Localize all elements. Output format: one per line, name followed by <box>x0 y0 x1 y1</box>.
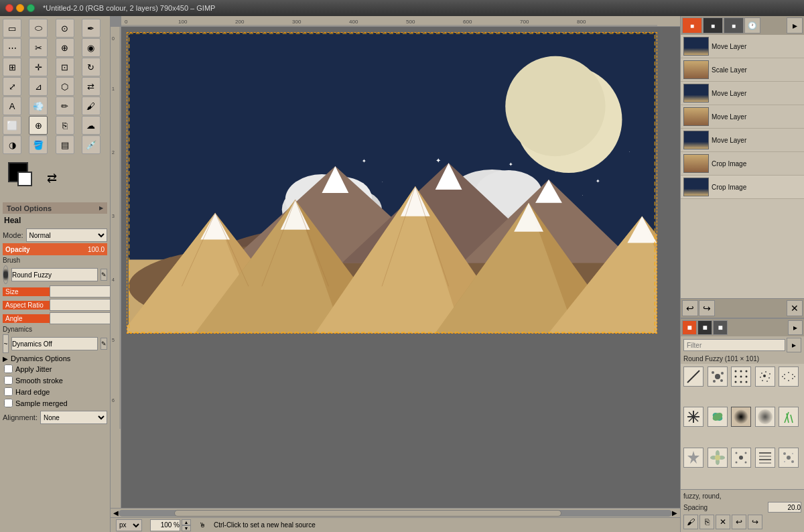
brush-item-cross[interactable] <box>683 407 704 427</box>
layer-item[interactable]: Crop Image <box>681 176 804 199</box>
heal-tool[interactable]: ⊕ <box>29 116 48 135</box>
brush-item-dots2[interactable] <box>731 448 751 468</box>
hard-edge-checkbox[interactable] <box>4 387 13 396</box>
scroll-left-icon[interactable]: ◀ <box>113 509 119 517</box>
brush-item-pencil[interactable] <box>683 367 704 387</box>
color-select-tool[interactable]: 💉 <box>82 135 100 154</box>
airbrush-tool[interactable]: 💨 <box>29 96 48 115</box>
scissors-tool[interactable]: ✂ <box>29 38 48 57</box>
brushes-expand[interactable]: ▸ <box>788 320 803 335</box>
brush-item-splatter[interactable] <box>708 367 728 387</box>
brush-item-lines[interactable] <box>755 448 775 468</box>
brush-item-leaf[interactable] <box>708 407 728 427</box>
clone-tool[interactable]: ⎘ <box>56 116 74 135</box>
scrollbar-thumb[interactable] <box>174 510 561 517</box>
rotate-tool[interactable]: ↻ <box>82 58 100 76</box>
zoom-down[interactable]: ▼ <box>182 525 191 531</box>
brushes-filter-btn[interactable]: ▸ <box>787 338 801 352</box>
dynamics-edit[interactable]: ✎ <box>100 338 107 350</box>
unit-select[interactable]: px mm in <box>116 519 142 531</box>
crop-tool[interactable]: ⊡ <box>56 58 74 76</box>
bucket-fill-tool[interactable]: 🪣 <box>29 135 48 154</box>
close-button[interactable] <box>5 4 13 12</box>
color-swatch-area[interactable] <box>8 162 42 194</box>
layers-mode-btn2[interactable]: ■ <box>703 17 723 34</box>
spacing-input[interactable] <box>768 502 801 513</box>
dodge-burn-tool[interactable]: ◑ <box>3 135 21 154</box>
zoom-up[interactable]: ▲ <box>182 519 191 525</box>
brush-delete-btn[interactable]: ✕ <box>716 515 730 529</box>
minimize-button[interactable] <box>16 4 24 12</box>
fuzzy-select-tool[interactable]: ⋯ <box>3 38 21 57</box>
smooth-stroke-checkbox[interactable] <box>4 376 13 385</box>
scrollbar-track[interactable] <box>119 510 672 517</box>
angle-input[interactable] <box>50 312 111 324</box>
canvas[interactable]: ✦ ✦ · ✦ · ✦ · ✦ · · · <box>127 32 657 334</box>
scale-tool[interactable]: ⤢ <box>3 77 21 96</box>
brush-item-dots[interactable] <box>731 367 751 387</box>
horizontal-scrollbar[interactable]: ◀ ▶ <box>111 508 680 517</box>
undo-history-btn[interactable]: 🕐 <box>744 17 760 34</box>
brush-refresh-btn[interactable]: ↩ <box>732 515 746 529</box>
color-picker-tool[interactable]: ◉ <box>82 38 100 57</box>
layer-item[interactable]: Scale Layer <box>681 58 804 82</box>
alignment-select[interactable]: None Aligned Registered <box>40 411 107 424</box>
apply-jitter-checkbox[interactable] <box>4 364 13 373</box>
maximize-button[interactable] <box>27 4 35 12</box>
swap-colors-icon[interactable]: ⇄ <box>47 171 57 186</box>
zoom-input[interactable] <box>150 519 180 531</box>
size-input[interactable] <box>50 285 111 297</box>
shear-tool[interactable]: ⊿ <box>29 77 48 96</box>
flip-tool[interactable]: ⇄ <box>82 77 100 96</box>
brush-copy-btn[interactable]: ⎘ <box>699 515 714 529</box>
brush-item-circle[interactable] <box>731 407 751 427</box>
delete-layer-btn[interactable]: ✕ <box>787 300 803 316</box>
layers-panel-expand[interactable]: ▸ <box>787 17 803 34</box>
background-color[interactable] <box>17 172 32 186</box>
brush-edit-button[interactable]: ✎ <box>100 269 107 281</box>
dynamics-options-row[interactable]: ▶ Dynamics Options <box>3 354 107 362</box>
brush-mode-btn3[interactable]: ■ <box>713 320 728 335</box>
blend-tool[interactable]: ▤ <box>56 135 74 154</box>
ellipse-select-tool[interactable]: ⬭ <box>29 19 48 38</box>
undo-btn[interactable]: ↩ <box>682 300 698 316</box>
perspective-tool[interactable]: ⬡ <box>56 77 74 96</box>
layer-item[interactable]: Move Layer <box>681 35 804 58</box>
paintbrush-tool[interactable]: 🖌 <box>82 96 100 115</box>
layer-item[interactable]: Move Layer <box>681 129 804 152</box>
measure-tool[interactable]: ⊕ <box>56 38 74 57</box>
brush-item-star[interactable] <box>683 448 704 468</box>
eraser-tool[interactable]: ⬜ <box>3 116 21 135</box>
mode-select[interactable]: Normal Dissolve Multiply <box>26 228 107 242</box>
zoom-spinner[interactable]: ▲ ▼ <box>182 519 191 531</box>
layer-item[interactable]: Move Layer <box>681 82 804 105</box>
brush-mode-btn2[interactable]: ■ <box>697 320 712 335</box>
rect-select-tool[interactable]: ▭ <box>3 19 21 38</box>
brush-item-soft[interactable] <box>755 407 775 427</box>
brush-paint-btn[interactable]: 🖌 <box>683 515 698 529</box>
brush-name-input[interactable] <box>11 268 98 281</box>
layers-mode-btn1[interactable]: ■ <box>682 17 702 34</box>
brush-mode-btn1[interactable]: ■ <box>682 320 697 335</box>
brushes-filter-input[interactable] <box>683 339 785 351</box>
move-tool[interactable]: ✛ <box>29 58 48 76</box>
aspect-ratio-input[interactable] <box>50 299 111 311</box>
brush-item-grass[interactable] <box>779 407 799 427</box>
dynamics-input[interactable] <box>11 337 98 350</box>
opacity-slider[interactable]: Opacity 100.0 <box>3 243 107 255</box>
scroll-right-icon[interactable]: ▶ <box>672 509 677 517</box>
layers-mode-btn3[interactable]: ■ <box>724 17 744 34</box>
canvas-viewport[interactable]: ✦ ✦ · ✦ · ✦ · ✦ · · · <box>121 27 680 508</box>
path-tool[interactable]: ✒ <box>82 19 100 38</box>
pencil-tool[interactable]: ✏ <box>56 96 74 115</box>
layer-item[interactable]: Move Layer <box>681 105 804 129</box>
lasso-tool[interactable]: ⊙ <box>56 19 74 38</box>
window-controls[interactable] <box>5 4 35 12</box>
brush-item-texture[interactable] <box>779 448 799 468</box>
redo-btn[interactable]: ↪ <box>699 300 715 316</box>
brush-preview[interactable] <box>3 265 9 284</box>
brush-settings-btn[interactable]: ↪ <box>748 515 762 529</box>
text-tool[interactable]: A <box>3 96 21 115</box>
tool-options-collapse[interactable]: ▸ <box>99 204 103 212</box>
sample-merged-checkbox[interactable] <box>4 399 13 407</box>
